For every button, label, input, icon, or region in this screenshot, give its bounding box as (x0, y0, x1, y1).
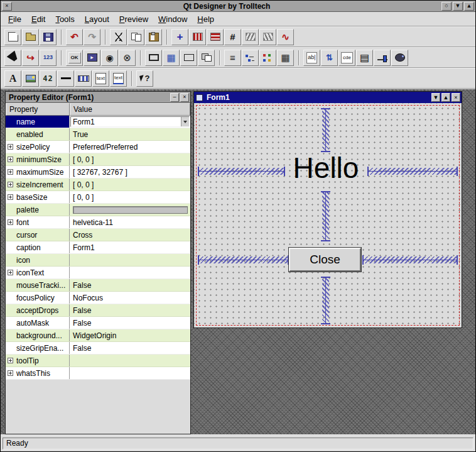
progress-bar-tool[interactable] (75, 70, 92, 87)
property-editor-titlebar[interactable]: Property Editor (Form1) – × (6, 92, 190, 103)
widget-stack-tool[interactable] (198, 50, 215, 66)
property-row[interactable]: background... WidgetOrigin (6, 329, 190, 342)
window-close-icon[interactable]: × (2, 2, 12, 11)
copy-button[interactable] (127, 29, 144, 45)
expand-toggle-icon[interactable] (8, 144, 13, 150)
property-name-cell[interactable]: autoMask (6, 317, 70, 329)
property-row[interactable]: whatsThis (6, 367, 190, 380)
whats-this-button[interactable]: ? (136, 70, 153, 87)
form-canvas[interactable]: Hello Close (194, 103, 462, 328)
form1-maximize-icon[interactable]: ▲ (441, 93, 450, 102)
menu-file[interactable]: File (3, 13, 26, 26)
property-name-cell[interactable]: font (6, 216, 70, 228)
connect-signals-button[interactable]: ↪ (22, 50, 39, 66)
property-row[interactable]: cursor Cross (6, 229, 190, 241)
property-value-cell[interactable] (70, 355, 190, 367)
property-name-cell[interactable]: mouseTracki... (6, 279, 70, 291)
property-name-cell[interactable]: cursor (6, 229, 70, 241)
expand-toggle-icon[interactable] (8, 219, 13, 225)
text-label-box-tool[interactable]: text (92, 70, 109, 87)
property-row[interactable]: sizePolicy Preferred/Preferred (6, 141, 190, 153)
column-header-value[interactable]: Value (70, 103, 190, 116)
property-value-cell[interactable]: helvetica-11 (70, 216, 190, 228)
property-name-cell[interactable]: minimumSize (6, 153, 70, 165)
property-name-cell[interactable]: whatsThis (6, 367, 70, 379)
property-row[interactable]: palette (6, 204, 190, 216)
expand-toggle-icon[interactable] (8, 169, 13, 175)
layout-split-vertical-button[interactable] (259, 29, 276, 45)
property-value-cell[interactable] (70, 204, 190, 216)
lcd-number-tool[interactable]: 42 (40, 70, 57, 87)
break-layout-button[interactable]: ∿ (277, 29, 294, 45)
text-browser-tool[interactable]: text (110, 70, 127, 87)
property-value-cell[interactable]: [ 0, 0 ] (70, 191, 190, 203)
table-tool[interactable]: ▦ (277, 50, 294, 66)
property-value-cell[interactable] (70, 267, 190, 278)
column-header-property[interactable]: Property (6, 103, 70, 116)
text-edit-tool[interactable]: ▤ (356, 50, 373, 66)
button-group-tool[interactable]: ▦ (163, 50, 180, 66)
property-value-cell[interactable]: [ 32767, 32767 ] (70, 166, 190, 178)
frame-tool[interactable] (180, 50, 197, 66)
property-row[interactable]: caption Form1 (6, 241, 190, 254)
expand-toggle-icon[interactable] (8, 182, 13, 187)
radio-button-tool[interactable]: ◉ (101, 50, 118, 66)
menu-edit[interactable]: Edit (26, 13, 50, 26)
property-name-cell[interactable]: focusPolicy (6, 292, 70, 304)
cut-button[interactable] (110, 29, 127, 45)
property-value-cell[interactable]: NoFocus (70, 292, 190, 304)
property-value-cell[interactable]: False (70, 304, 190, 316)
property-value-cell[interactable]: Form1 (70, 241, 190, 253)
property-name-cell[interactable]: sizePolicy (6, 141, 70, 153)
slider-tool[interactable] (374, 50, 391, 66)
property-row[interactable]: font helvetica-11 (6, 216, 190, 229)
form1-close-icon[interactable]: × (452, 93, 460, 102)
menu-layout[interactable]: Layout (80, 13, 114, 26)
property-row[interactable]: name Form1 (6, 116, 190, 128)
property-editor-close-icon[interactable]: × (180, 93, 189, 102)
property-name-cell[interactable]: iconText (6, 267, 70, 278)
property-row[interactable]: maximumSize [ 32767, 32767 ] (6, 166, 190, 179)
property-value-cell[interactable]: [ 0, 0 ] (70, 153, 190, 165)
vertical-spacer-top[interactable] (322, 108, 329, 152)
property-row[interactable]: sizeGripEna... False (6, 342, 190, 355)
list-view-tool[interactable] (242, 50, 259, 66)
expand-toggle-icon[interactable] (8, 358, 13, 363)
menu-help[interactable]: Help (192, 13, 219, 26)
hello-label[interactable]: Hello (282, 152, 370, 184)
property-value-cell[interactable]: False (70, 317, 190, 329)
form1-minimize-icon[interactable]: ▼ (431, 93, 440, 102)
property-name-cell[interactable]: toolTip (6, 355, 70, 367)
property-row[interactable]: iconText (6, 267, 190, 279)
property-name-cell[interactable]: caption (6, 241, 70, 253)
tool-button-tool[interactable]: ▸ (84, 50, 100, 66)
line-tool[interactable] (57, 70, 74, 87)
tab-order-button[interactable]: 123 (40, 50, 57, 66)
dial-tool[interactable] (391, 50, 408, 66)
text-label-tool[interactable]: A (4, 70, 21, 87)
property-name-cell[interactable]: maximumSize (6, 166, 70, 178)
save-button[interactable] (40, 29, 57, 45)
property-row[interactable]: enabled True (6, 128, 190, 141)
property-value-cell[interactable]: False (70, 342, 190, 354)
app-titlebar[interactable]: × Qt Designer by Trolltech ○ ▼ ▲ (1, 1, 475, 12)
expand-toggle-icon[interactable] (8, 157, 13, 162)
menu-tools[interactable]: Tools (50, 13, 79, 26)
horizontal-spacer-hello-right[interactable] (367, 168, 458, 175)
open-file-button[interactable] (22, 29, 39, 45)
property-value-cell[interactable]: True (70, 128, 190, 140)
property-row[interactable]: sizeIncrement [ 0, 0 ] (6, 179, 190, 191)
property-row[interactable]: toolTip (6, 355, 190, 367)
property-name-cell[interactable]: acceptDrops (6, 304, 70, 316)
combo-box-tool[interactable]: cde (338, 50, 355, 66)
horizontal-spacer-hello-left[interactable] (198, 168, 285, 175)
vertical-spacer-bottom[interactable] (322, 277, 329, 324)
new-file-button[interactable] (4, 29, 21, 45)
horizontal-spacer-close-right[interactable] (362, 256, 458, 263)
window-sticky-icon[interactable]: ○ (441, 2, 452, 11)
adjust-size-button[interactable]: + (171, 29, 188, 45)
property-value-cell[interactable]: [ 0, 0 ] (70, 179, 190, 190)
property-value-cell[interactable]: Preferred/Preferred (70, 141, 190, 153)
property-value-cell[interactable] (70, 367, 190, 379)
property-row[interactable]: baseSize [ 0, 0 ] (6, 191, 190, 204)
